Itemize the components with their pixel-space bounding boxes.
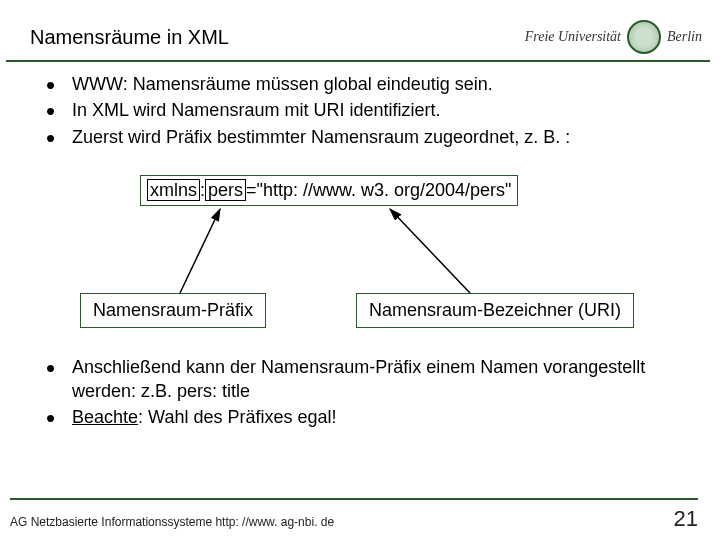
code-pers: pers: [205, 179, 246, 201]
footer: AG Netzbasierte Informationssysteme http…: [0, 492, 720, 532]
university-logo: Freie Universität Berlin: [525, 20, 702, 54]
bullet-list-1: WWW: Namensräume müssen global eindeutig…: [30, 72, 690, 149]
seal-icon: [627, 20, 661, 54]
logo-berlin: Berlin: [667, 29, 702, 45]
bullet-list-2: Anschließend kann der Namensraum-Präfix …: [30, 355, 690, 430]
label-uri: Namensraum-Bezeichner (URI): [369, 300, 621, 320]
svg-line-0: [180, 209, 220, 293]
label-uri-box: Namensraum-Bezeichner (URI): [356, 293, 634, 328]
content: WWW: Namensräume müssen global eindeutig…: [0, 62, 720, 430]
text: : Wahl des Präfixes egal!: [138, 407, 336, 427]
code-box: xmlns:pers="http: //www. w3. org/2004/pe…: [140, 175, 518, 206]
page-number: 21: [674, 506, 698, 532]
footer-text: AG Netzbasierte Informationssysteme http…: [10, 515, 334, 529]
code-xmlns: xmlns: [147, 179, 200, 201]
page-title: Namensräume in XML: [30, 26, 229, 49]
bullet-item: Beachte: Wahl des Präfixes egal!: [46, 405, 690, 429]
bullet-item: In XML wird Namensraum mit URI identifiz…: [46, 98, 690, 122]
label-prefix: Namensraum-Präfix: [93, 300, 253, 320]
bullet-item: Anschließend kann der Namensraum-Präfix …: [46, 355, 690, 404]
bullet-item: WWW: Namensräume müssen global eindeutig…: [46, 72, 690, 96]
diagram: xmlns:pers="http: //www. w3. org/2004/pe…: [30, 175, 690, 345]
code-uri: "http: //www. w3. org/2004/pers": [257, 180, 512, 200]
logo-text: Freie Universität: [525, 29, 621, 45]
emphasis: Beachte: [72, 407, 138, 427]
code-equals: =: [246, 180, 257, 200]
label-prefix-box: Namensraum-Präfix: [80, 293, 266, 328]
svg-line-1: [390, 209, 470, 293]
footer-divider: [10, 498, 698, 500]
bullet-item: Zuerst wird Präfix bestimmter Namensraum…: [46, 125, 690, 149]
header: Namensräume in XML Freie Universität Ber…: [0, 0, 720, 60]
